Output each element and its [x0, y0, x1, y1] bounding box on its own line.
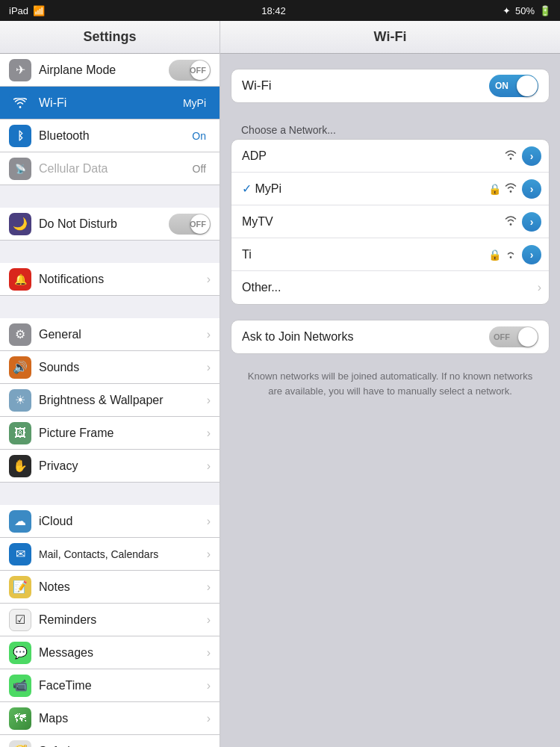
wifi-signal-icon-adp: [504, 149, 517, 163]
sidebar-item-icloud[interactable]: ☁ iCloud ›: [0, 505, 220, 538]
notifications-icon: 🔔: [9, 268, 31, 291]
sidebar-item-picture-frame[interactable]: 🖼 Picture Frame ›: [0, 417, 220, 450]
sidebar-item-general[interactable]: ⚙ General ›: [0, 318, 220, 351]
notes-icon: 📝: [9, 576, 31, 598]
sidebar-item-facetime[interactable]: 📹 FaceTime ›: [0, 669, 220, 702]
mail-label: Mail, Contacts, Calendars: [39, 548, 204, 560]
sidebar-item-mail[interactable]: ✉ Mail, Contacts, Calendars ›: [0, 538, 220, 571]
wifi-master-toggle[interactable]: ON: [489, 75, 538, 97]
wifi-row-label: Wi-Fi: [242, 78, 489, 93]
sidebar-item-notes[interactable]: 📝 Notes ›: [0, 571, 220, 604]
sidebar-item-maps[interactable]: 🗺 Maps ›: [0, 702, 220, 735]
network-row-ti[interactable]: Ti 🔒 ›: [231, 238, 549, 271]
picture-frame-label: Picture Frame: [39, 427, 204, 440]
section-divider-3: [0, 296, 220, 318]
ask-to-join-toggle[interactable]: OFF: [489, 326, 538, 347]
sidebar-item-airplane-mode[interactable]: ✈ Airplane Mode OFF: [0, 54, 220, 87]
reminders-label: Reminders: [39, 613, 204, 627]
airplane-mode-label: Airplane Mode: [39, 63, 169, 77]
brightness-label: Brightness & Wallpaper: [39, 394, 204, 407]
sidebar-item-reminders[interactable]: ☑ Reminders ›: [0, 604, 220, 636]
section-divider-1: [0, 185, 220, 208]
picture-frame-icon: 🖼: [9, 422, 31, 444]
wifi-value: MyPi: [183, 97, 206, 109]
status-time: 18:42: [261, 5, 286, 16]
network-row-mypi[interactable]: MyPi 🔒 ›: [231, 173, 549, 205]
sidebar-header: Settings: [0, 21, 220, 54]
device-name: iPad: [9, 5, 28, 16]
status-left: iPad 📶: [9, 5, 45, 16]
info-button-ti[interactable]: ›: [522, 245, 541, 264]
bluetooth-label: Bluetooth: [39, 129, 192, 143]
chevron-icon-notifications: ›: [207, 273, 211, 286]
sidebar-item-do-not-disturb[interactable]: 🌙 Do Not Disturb OFF: [0, 208, 220, 241]
chevron-icon-privacy: ›: [207, 459, 211, 473]
info-button-mypi[interactable]: ›: [522, 179, 541, 199]
wifi-signal-icon-mytv: [504, 215, 517, 229]
network-icons-mypi: 🔒: [488, 182, 517, 196]
cellular-value: Off: [193, 163, 206, 175]
sidebar-item-sounds[interactable]: 🔊 Sounds ›: [0, 351, 220, 384]
safari-icon: 🧭: [9, 740, 31, 748]
chevron-icon-safari: ›: [207, 745, 211, 748]
do-not-disturb-label: Do Not Disturb: [39, 217, 169, 231]
network-name-adp: ADP: [242, 149, 504, 163]
privacy-icon: ✋: [9, 455, 31, 477]
wifi-label: Wi-Fi: [39, 96, 183, 110]
chevron-icon-maps: ›: [207, 712, 211, 725]
notes-label: Notes: [39, 580, 204, 594]
chevron-icon-notes: ›: [207, 580, 211, 594]
info-button-mytv[interactable]: ›: [522, 212, 541, 232]
privacy-label: Privacy: [39, 459, 204, 473]
sidebar-item-messages[interactable]: 💬 Messages ›: [0, 636, 220, 669]
lock-icon-ti: 🔒: [488, 249, 501, 261]
do-not-disturb-toggle[interactable]: OFF: [169, 214, 211, 235]
battery-percentage: 50%: [515, 5, 535, 16]
sidebar-item-brightness[interactable]: ☀ Brightness & Wallpaper ›: [0, 384, 220, 417]
sidebar-item-wifi[interactable]: Wi-Fi MyPi: [0, 87, 220, 120]
maps-label: Maps: [39, 712, 204, 725]
icloud-icon: ☁: [9, 510, 31, 533]
network-icons-mytv: [504, 215, 517, 229]
main-container: Settings ✈ Airplane Mode OFF Wi-Fi My: [0, 21, 560, 747]
sidebar-title: Settings: [83, 29, 136, 45]
brightness-icon: ☀: [9, 389, 31, 412]
sidebar-item-safari[interactable]: 🧭 Safari ›: [0, 735, 220, 747]
bluetooth-status-icon: ✦: [503, 5, 511, 16]
detail-title: Wi-Fi: [374, 29, 407, 45]
detail-panel: Wi-Fi Wi-Fi ON Choose a Network... ADP: [220, 21, 560, 747]
ask-to-join-label: Ask to Join Networks: [242, 330, 489, 344]
do-not-disturb-icon: 🌙: [9, 213, 31, 235]
wifi-status-icon: 📶: [33, 5, 45, 16]
maps-icon: 🗺: [9, 707, 31, 730]
cellular-icon: 📡: [9, 158, 31, 180]
sidebar-item-bluetooth[interactable]: ᛒ Bluetooth On: [0, 120, 220, 152]
reminders-icon: ☑: [9, 609, 31, 631]
ask-to-join-note: Known networks will be joined automatica…: [231, 362, 550, 406]
network-name-other: Other...: [242, 281, 538, 294]
chevron-icon-general: ›: [207, 328, 211, 341]
chevron-icon-mail: ›: [207, 548, 211, 561]
network-name-mypi: MyPi: [242, 182, 488, 196]
messages-label: Messages: [39, 646, 204, 660]
sidebar-item-cellular[interactable]: 📡 Cellular Data Off: [0, 152, 220, 185]
network-row-other[interactable]: Other... ›: [231, 271, 549, 304]
network-icons-ti: 🔒: [488, 248, 517, 261]
network-row-mytv[interactable]: MyTV ›: [231, 205, 549, 238]
sidebar-item-privacy[interactable]: ✋ Privacy ›: [0, 450, 220, 483]
sounds-label: Sounds: [39, 361, 204, 374]
toggle-off-label-2: OFF: [190, 220, 206, 229]
sidebar-item-notifications[interactable]: 🔔 Notifications ›: [0, 263, 220, 296]
info-button-adp[interactable]: ›: [522, 146, 541, 166]
chevron-icon-icloud: ›: [207, 515, 211, 528]
facetime-icon: 📹: [9, 675, 31, 697]
wifi-signal-icon-mypi: [504, 182, 517, 196]
status-bar: iPad 📶 18:42 ✦ 50% 🔋: [0, 0, 560, 21]
chevron-other: ›: [538, 281, 541, 294]
airplane-toggle[interactable]: OFF: [169, 60, 211, 81]
network-row-adp[interactable]: ADP ›: [231, 140, 549, 173]
status-right: ✦ 50% 🔋: [503, 5, 551, 16]
wifi-icon: [9, 92, 31, 114]
wifi-toggle-section: Wi-Fi ON: [231, 69, 550, 103]
notifications-label: Notifications: [39, 273, 204, 286]
